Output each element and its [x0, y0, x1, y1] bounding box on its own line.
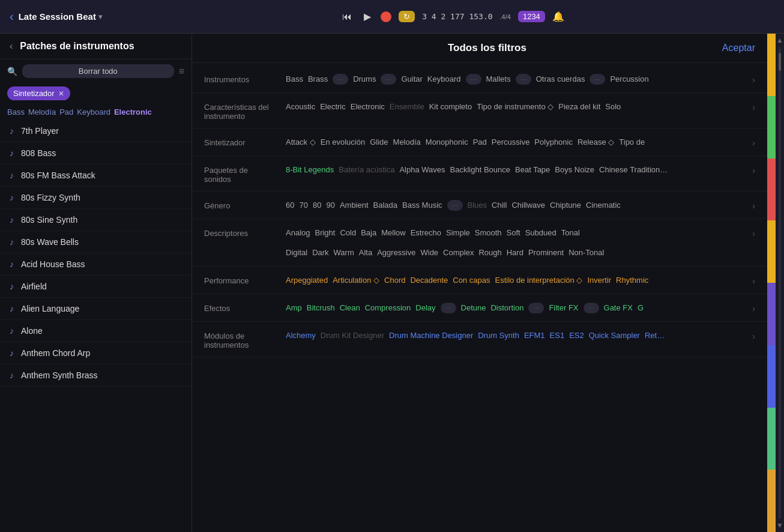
list-item[interactable]: ♪Anthem Chord Arp: [0, 342, 191, 364]
filter-tag[interactable]: Estrecho: [411, 226, 441, 239]
filter-tag[interactable]: Smooth: [475, 226, 502, 239]
edge-bar-2[interactable]: [767, 159, 776, 221]
filter-tag[interactable]: Boys Noize: [555, 163, 594, 176]
filter-tag[interactable]: Hard: [507, 246, 523, 259]
filter-tag[interactable]: Con capas: [453, 274, 490, 286]
filter-tag[interactable]: 80: [313, 199, 321, 211]
scroll-up-button[interactable]: ▲: [776, 36, 783, 44]
filter-tag[interactable]: Rhythmic: [616, 274, 648, 286]
filter-tag[interactable]: Acoustic: [286, 100, 315, 113]
filter-tag[interactable]: ···: [333, 74, 348, 85]
filter-tag[interactable]: Articulation ◇: [333, 274, 379, 286]
filter-tag[interactable]: Monophonic: [426, 136, 468, 148]
scroll-track[interactable]: [779, 47, 781, 519]
filter-tag[interactable]: Otras cuerdas: [536, 73, 585, 85]
metronome-icon[interactable]: 🔔: [552, 11, 564, 22]
filter-tag[interactable]: Warm: [334, 246, 354, 259]
filter-tag[interactable]: Bright: [315, 226, 335, 239]
filter-tag[interactable]: Arpeggiated: [286, 274, 328, 286]
list-item[interactable]: ♪Acid House Bass: [0, 253, 191, 276]
filter-tag[interactable]: Gate FX: [604, 301, 633, 314]
filter-tag[interactable]: ES2: [569, 329, 584, 342]
filter-tag[interactable]: Percussion: [610, 73, 648, 85]
filter-tag[interactable]: Prominent: [528, 246, 564, 259]
back-button[interactable]: ‹: [10, 10, 14, 23]
filter-tag[interactable]: Alchemy: [286, 329, 316, 342]
filter-tag[interactable]: Subdued: [525, 226, 556, 239]
filter-tag[interactable]: Kit completo: [429, 100, 472, 113]
sidebar-back-button[interactable]: ‹: [10, 41, 13, 52]
filter-tag[interactable]: ···: [516, 74, 531, 85]
list-item[interactable]: ♪80s Sine Synth: [0, 209, 191, 231]
play-button[interactable]: ▶: [361, 8, 373, 25]
accept-button[interactable]: Aceptar: [722, 43, 755, 53]
filter-tag[interactable]: ···: [590, 74, 605, 85]
filter-tag[interactable]: Analog: [286, 226, 310, 239]
filter-tag[interactable]: Drum Synth: [478, 329, 519, 342]
filter-tag[interactable]: Aggressive: [377, 246, 415, 259]
filter-tag[interactable]: Beat Tape: [515, 163, 550, 176]
scrollbar[interactable]: ▲ ▼: [776, 34, 784, 532]
filter-tag[interactable]: G: [638, 301, 644, 314]
cycle-button[interactable]: ↻: [399, 11, 415, 22]
filter-tag[interactable]: Estilo de interpretación ◇: [495, 274, 583, 286]
filter-tag[interactable]: Delay: [415, 301, 435, 314]
filter-tag[interactable]: Chillwave: [511, 199, 545, 211]
edge-bar-0[interactable]: [767, 34, 776, 96]
filter-tag[interactable]: Dark: [312, 246, 328, 259]
active-filter-tag[interactable]: Sintetizador ✕: [7, 86, 70, 100]
filter-tag[interactable]: Detune: [461, 301, 486, 314]
filter-tag[interactable]: Amp: [286, 301, 302, 314]
filter-tag[interactable]: ···: [466, 74, 481, 85]
project-title[interactable]: Late Session Beat ▾: [19, 11, 102, 22]
filter-tag[interactable]: Drum Machine Designer: [389, 329, 473, 342]
filter-tag[interactable]: Mellow: [381, 226, 405, 239]
filter-row-arrow-sintetizador[interactable]: ›: [752, 136, 755, 148]
filter-row-arrow-modulos[interactable]: ›: [752, 329, 755, 341]
list-icon[interactable]: ≡: [179, 66, 184, 77]
filter-tag[interactable]: Keyboard: [427, 73, 461, 85]
list-item[interactable]: ♪Alone: [0, 320, 191, 342]
filter-tag[interactable]: Chinese Tradition…: [599, 163, 668, 176]
filter-tag[interactable]: Quick Sampler: [589, 329, 640, 342]
filter-tag[interactable]: Cinematic: [586, 199, 621, 211]
record-button[interactable]: [381, 11, 391, 22]
filter-tag[interactable]: Glide: [370, 136, 388, 148]
filter-tag[interactable]: Pieza del kit: [558, 100, 600, 113]
filter-tag[interactable]: Clean: [340, 301, 360, 314]
filter-row-arrow-genero[interactable]: ›: [752, 199, 755, 211]
filter-tag[interactable]: Tipo de: [619, 136, 645, 148]
filter-tag[interactable]: Soft: [507, 226, 520, 239]
filter-tag[interactable]: Non-Tonal: [568, 246, 604, 259]
sub-filter-item[interactable]: Pad: [59, 107, 73, 116]
filter-tag[interactable]: Attack ◇: [286, 136, 316, 148]
filter-tag[interactable]: Percussive: [492, 136, 530, 148]
edge-bar-3[interactable]: [767, 220, 776, 283]
filter-row-arrow-descriptores[interactable]: ›: [752, 226, 755, 238]
filter-tag[interactable]: 70: [299, 199, 307, 211]
sub-filter-item[interactable]: Bass: [7, 107, 25, 116]
edge-bar-1[interactable]: [767, 96, 776, 159]
filter-row-arrow-performance[interactable]: ›: [752, 274, 755, 286]
filter-tag[interactable]: Bitcrush: [307, 301, 335, 314]
filter-tag[interactable]: Compression: [365, 301, 411, 314]
list-item[interactable]: ♪Airfield: [0, 276, 191, 298]
filter-tag[interactable]: 90: [326, 199, 334, 211]
filter-tag[interactable]: Alpha Waves: [399, 163, 445, 176]
filter-tag[interactable]: Decadente: [410, 274, 448, 286]
filter-tag[interactable]: Backlight Bounce: [450, 163, 510, 176]
filter-tag[interactable]: Blues: [468, 199, 487, 211]
filter-tag[interactable]: Bass: [286, 73, 303, 85]
filter-tag[interactable]: Digital: [286, 246, 307, 259]
filter-tag[interactable]: Rough: [478, 246, 501, 259]
filter-tag[interactable]: Melodía: [393, 136, 421, 148]
filter-tag[interactable]: Tipo de instrumento ◇: [477, 100, 553, 113]
filter-tag[interactable]: Tonal: [561, 226, 580, 239]
list-item[interactable]: ♪80s Wave Bells: [0, 231, 191, 253]
scroll-down-button[interactable]: ▼: [776, 521, 783, 530]
filter-tag[interactable]: ···: [441, 303, 456, 313]
filter-tag[interactable]: ···: [528, 303, 544, 313]
sub-filter-item[interactable]: Electronic: [114, 107, 152, 116]
filter-tag[interactable]: Chill: [492, 199, 507, 211]
edge-bar-4[interactable]: [767, 283, 776, 345]
